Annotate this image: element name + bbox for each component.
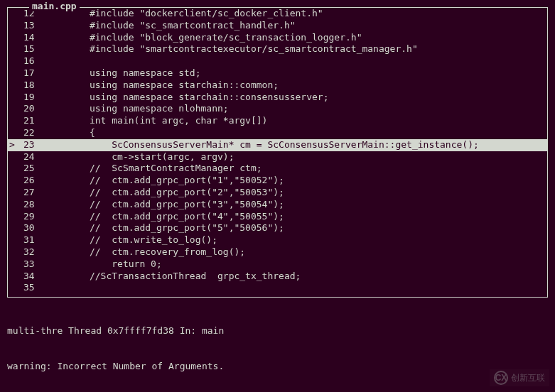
breakpoint-gutter[interactable] <box>8 55 19 67</box>
breakpoint-gutter[interactable] <box>8 43 19 55</box>
code-line[interactable]: 19 using namespace starchain::consensuss… <box>8 92 547 104</box>
breakpoint-gutter[interactable] <box>8 163 19 175</box>
code-line[interactable]: 12 #include "dockerclient/sc_docker_clie… <box>8 8 547 20</box>
breakpoint-gutter[interactable] <box>8 234 19 246</box>
code-line[interactable]: 25 // ScSmartContractManager ctm; <box>8 163 547 175</box>
code-line[interactable]: 35 <box>8 282 547 294</box>
debugger-output: multi-thre Thread 0x7ffff7fd38 In: main … <box>3 300 552 392</box>
breakpoint-gutter[interactable] <box>8 271 19 283</box>
code-text: // ctm.write_to_log(); <box>56 234 547 246</box>
code-line[interactable]: 24 cm->start(argc, argv); <box>8 151 547 163</box>
code-text <box>56 55 547 67</box>
line-number: 32 <box>19 246 56 258</box>
breakpoint-gutter[interactable] <box>8 20 19 32</box>
code-line[interactable]: 28 // ctm.add_grpc_port("3","50054"); <box>8 199 547 211</box>
breakpoint-gutter[interactable] <box>8 115 19 127</box>
code-text: ScConsensusServerMain* cm = ScConsensusS… <box>56 139 547 151</box>
breakpoint-gutter[interactable] <box>8 222 19 234</box>
code-text: using namespace std; <box>56 67 547 80</box>
breakpoint-gutter[interactable] <box>8 246 19 258</box>
code-text: // ctm.add_grpc_port("2","50053"); <box>56 187 547 199</box>
breakpoint-gutter[interactable] <box>8 8 19 20</box>
breakpoint-gutter[interactable] <box>8 67 19 80</box>
code-line[interactable]: 34 //ScTransactionThread grpc_tx_thread; <box>8 271 547 283</box>
code-line[interactable]: 16 <box>8 55 547 67</box>
code-line[interactable]: 30 // ctm.add_grpc_port("5","50056"); <box>8 222 547 234</box>
line-number: 25 <box>19 163 56 175</box>
code-line[interactable]: 18 using namespace starchain::common; <box>8 80 547 92</box>
code-line[interactable]: 14 #include "block_generate/sc_transacti… <box>8 32 547 44</box>
code-text: return 0; <box>56 258 547 271</box>
code-line[interactable]: 26 // ctm.add_grpc_port("1","50052"); <box>8 175 547 187</box>
code-text: #include "dockerclient/sc_docker_client.… <box>56 8 547 20</box>
breakpoint-gutter[interactable] <box>8 32 19 44</box>
breakpoint-gutter[interactable] <box>8 175 19 187</box>
breakpoint-gutter[interactable] <box>8 211 19 223</box>
code-line[interactable]: 22 { <box>8 127 547 139</box>
code-line[interactable]: 29 // ctm.add_grpc_port("4","50055"); <box>8 211 547 223</box>
file-name-label: main.cpp <box>29 1 80 11</box>
line-number: 29 <box>19 211 56 223</box>
code-text: // ctm.add_grpc_port("1","50052"); <box>56 175 547 187</box>
breakpoint-gutter[interactable]: > <box>8 139 19 151</box>
code-line[interactable]: 15 #include "smartcontractexecutor/sc_sm… <box>8 43 547 55</box>
line-number: 24 <box>19 151 56 163</box>
code-line[interactable]: 13 #include "sc_smartcontract_handler.h" <box>8 20 547 32</box>
code-line[interactable]: 27 // ctm.add_grpc_port("2","50053"); <box>8 187 547 199</box>
line-number: 17 <box>19 67 56 80</box>
breakpoint-gutter[interactable] <box>8 187 19 199</box>
code-line[interactable]: 32 // ctm.recovery_from_log(); <box>8 246 547 258</box>
breakpoint-gutter[interactable] <box>8 199 19 211</box>
code-listing[interactable]: 12 #include "dockerclient/sc_docker_clie… <box>8 8 547 294</box>
line-number: 23 <box>19 139 56 151</box>
breakpoint-gutter[interactable] <box>8 282 19 294</box>
thread-info-line: multi-thre Thread 0x7ffff7fd38 In: main <box>7 325 548 337</box>
code-line[interactable]: >23 ScConsensusServerMain* cm = ScConsen… <box>8 139 547 151</box>
breakpoint-gutter[interactable] <box>8 92 19 104</box>
watermark: CX 创新互联 <box>490 369 549 386</box>
line-number: 27 <box>19 187 56 199</box>
line-number: 35 <box>19 282 56 294</box>
line-number: 34 <box>19 271 56 283</box>
code-text: using namespace starchain::consensusserv… <box>56 92 547 104</box>
code-text: // ScSmartContractManager ctm; <box>56 163 547 175</box>
code-line[interactable]: 31 // ctm.write_to_log(); <box>8 234 547 246</box>
code-text: // ctm.add_grpc_port("5","50056"); <box>56 222 547 234</box>
line-number: 15 <box>19 43 56 55</box>
line-number: 19 <box>19 92 56 104</box>
breakpoint-gutter[interactable] <box>8 127 19 139</box>
line-number: 18 <box>19 80 56 92</box>
code-line[interactable]: 33 return 0; <box>8 258 547 271</box>
code-line[interactable]: 17 using namespace std; <box>8 67 547 80</box>
code-text: int main(int argc, char *argv[]) <box>56 115 547 127</box>
line-number: 14 <box>19 32 56 44</box>
warning-line: warning: Incorrect Number of Arguments. <box>7 361 548 373</box>
line-number: 13 <box>19 20 56 32</box>
code-text: cm->start(argc, argv); <box>56 151 547 163</box>
terminal-window: main.cpp 12 #include "dockerclient/sc_do… <box>0 0 555 392</box>
code-line[interactable]: 21 int main(int argc, char *argv[]) <box>8 115 547 127</box>
code-text: #include "block_generate/sc_transaction_… <box>56 32 547 44</box>
watermark-label: 创新互联 <box>511 372 545 384</box>
code-line[interactable]: 20 using namespace nlohmann; <box>8 103 547 115</box>
line-number: 30 <box>19 222 56 234</box>
code-text: { <box>56 127 547 139</box>
code-text: using namespace nlohmann; <box>56 103 547 115</box>
code-text <box>56 282 547 294</box>
breakpoint-gutter[interactable] <box>8 80 19 92</box>
line-number: 31 <box>19 234 56 246</box>
line-number: 22 <box>19 127 56 139</box>
breakpoint-gutter[interactable] <box>8 103 19 115</box>
code-text: // ctm.recovery_from_log(); <box>56 246 547 258</box>
source-code-panel: main.cpp 12 #include "dockerclient/sc_do… <box>7 7 548 298</box>
breakpoint-gutter[interactable] <box>8 258 19 271</box>
line-number: 21 <box>19 115 56 127</box>
line-number: 33 <box>19 258 56 271</box>
code-text: using namespace starchain::common; <box>56 80 547 92</box>
breakpoint-gutter[interactable] <box>8 151 19 163</box>
code-text: // ctm.add_grpc_port("4","50055"); <box>56 211 547 223</box>
code-text: #include "sc_smartcontract_handler.h" <box>56 20 547 32</box>
line-number: 28 <box>19 199 56 211</box>
code-text: #include "smartcontractexecutor/sc_smart… <box>56 43 547 55</box>
code-text: //ScTransactionThread grpc_tx_thread; <box>56 271 547 283</box>
